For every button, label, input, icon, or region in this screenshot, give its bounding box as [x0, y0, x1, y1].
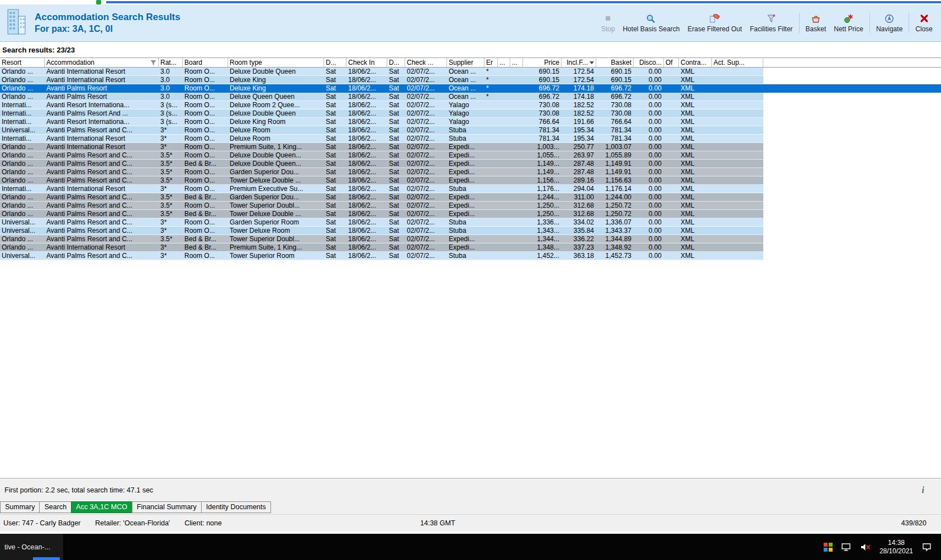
column-header-of[interactable]: Of: [664, 58, 679, 67]
column-header-act_sup[interactable]: Act. Sup...: [712, 58, 763, 67]
cell-day_out: Sat: [387, 202, 405, 209]
table-row[interactable]: Orlando ...Avanti Palms Resort and C...3…: [0, 160, 763, 168]
cell-day_in: Sat: [324, 118, 346, 126]
cell-discount: 0.00: [634, 210, 664, 218]
client-label: Client: none: [184, 519, 222, 527]
info-icon[interactable]: i: [922, 485, 924, 495]
cell-basket: 781.34: [596, 126, 634, 134]
cell-room_type: Tower Superior Doubl...: [228, 202, 324, 209]
cell-col2: [510, 109, 523, 117]
column-header-basket[interactable]: Basket: [596, 58, 634, 67]
close-label: Close: [915, 25, 933, 33]
taskbar-clock[interactable]: 14:38 28/10/2021: [880, 539, 913, 556]
column-header-day_in[interactable]: D...: [324, 58, 346, 67]
tab-search[interactable]: Search: [39, 501, 72, 513]
cell-col2: [510, 210, 523, 218]
table-row[interactable]: Orlando ...Avanti Palms Resort and C...3…: [0, 176, 763, 185]
table-row[interactable]: Universal...Avanti Palms Resort and C...…: [0, 126, 763, 135]
table-row[interactable]: Internati...Avanti International Resort3…: [0, 185, 763, 193]
cell-accommodation: Avanti International Resort: [45, 135, 159, 142]
network-display-icon[interactable]: [842, 543, 852, 552]
basket-button[interactable]: Basket: [802, 11, 830, 35]
cell-room_type: Tower Deluxe Double ...: [228, 176, 324, 184]
column-header-resort[interactable]: Resort: [0, 58, 45, 67]
cell-basket: 1,156.63: [596, 176, 634, 184]
cell-board: Room O...: [183, 118, 228, 126]
table-row[interactable]: Orlando ...Avanti Palms Resort3.0Room O.…: [0, 93, 763, 101]
facilities-filter-button[interactable]: Facilities Filter: [746, 11, 797, 35]
navigate-button[interactable]: Navigate: [872, 11, 906, 35]
table-row[interactable]: Internati...Avanti Resort Internationa..…: [0, 101, 763, 109]
column-header-rating[interactable]: Rat...: [159, 58, 183, 67]
cell-discount: 0.00: [634, 185, 664, 193]
column-header-incl_f[interactable]: Incl.F...: [562, 58, 596, 67]
hotel-basis-search-button[interactable]: Hotel Basis Search: [619, 11, 683, 35]
column-header-check_out[interactable]: Check ...: [405, 58, 447, 67]
nett-price-button[interactable]: Nett Price: [830, 11, 867, 35]
column-header-supplier[interactable]: Supplier: [447, 58, 484, 67]
toolbar-separator: [909, 13, 909, 33]
table-row[interactable]: Internati...Avanti Palms Resort And ...3…: [0, 109, 763, 118]
column-header-day_out[interactable]: D...: [387, 58, 405, 67]
cell-col2: [510, 126, 523, 134]
table-row[interactable]: Internati...Avanti Resort Internationa..…: [0, 118, 763, 126]
cell-of: [664, 76, 679, 84]
column-header-price[interactable]: Price: [523, 58, 562, 67]
tab-acc-3a-1c-mco[interactable]: Acc 3A,1C MCO: [71, 501, 132, 513]
cell-check_in: 18/06/2...: [346, 202, 387, 209]
cell-room_type: Deluxe Room: [228, 126, 324, 134]
tray-app-icon[interactable]: [824, 543, 833, 552]
cell-day_out: Sat: [387, 84, 405, 93]
column-header-room_type[interactable]: Room type: [228, 58, 324, 67]
action-center-icon[interactable]: [922, 543, 932, 552]
column-header-col1[interactable]: ...: [498, 58, 510, 67]
cell-er: [484, 135, 498, 142]
table-row[interactable]: Internati...Avanti International Resort3…: [0, 135, 763, 143]
cell-check_out: 02/07/2...: [405, 93, 447, 100]
cell-check_in: 18/06/2...: [346, 227, 387, 234]
taskbar-window-button[interactable]: tive - Ocean-...: [0, 534, 63, 560]
column-header-discount[interactable]: Disco...: [634, 58, 664, 67]
table-row[interactable]: Orlando ...Avanti International Resort3.…: [0, 76, 763, 84]
erase-filtered-out-button[interactable]: Erase Filtered Out: [684, 11, 746, 35]
column-header-er[interactable]: Er: [484, 58, 498, 67]
table-row[interactable]: Orlando ...Avanti Palms Resort3.0Room O.…: [0, 84, 941, 93]
table-row[interactable]: Orlando ...Avanti Palms Resort and C...3…: [0, 151, 763, 160]
cell-board: Room O...: [183, 185, 228, 193]
filter-funnel-icon[interactable]: [150, 60, 156, 66]
table-row[interactable]: Orlando ...Avanti Palms Resort and C...3…: [0, 168, 763, 176]
cell-check_in: 18/06/2...: [346, 151, 387, 159]
table-row[interactable]: Orlando ...Avanti Palms Resort and C...3…: [0, 235, 763, 243]
table-row[interactable]: Universal...Avanti Palms Resort and C...…: [0, 227, 763, 235]
table-row[interactable]: Orlando ...Avanti Palms Resort and C...3…: [0, 193, 763, 202]
tab-identity-documents[interactable]: Identity Documents: [201, 501, 271, 513]
table-row[interactable]: Orlando ...Avanti Palms Resort and C...3…: [0, 210, 763, 218]
cell-accommodation: Avanti Palms Resort and C...: [45, 160, 159, 167]
table-row[interactable]: Universal...Avanti Palms Resort and C...…: [0, 218, 763, 227]
volume-muted-icon[interactable]: [861, 543, 871, 552]
cell-resort: Orlando ...: [0, 235, 45, 243]
table-row[interactable]: Orlando ...Avanti International Resort3.…: [0, 68, 763, 76]
cell-col1: [498, 210, 510, 218]
cell-check_in: 18/06/2...: [346, 76, 387, 84]
cell-day_in: Sat: [324, 101, 346, 109]
column-header-col2[interactable]: ...: [510, 58, 523, 67]
column-header-label: D...: [326, 59, 336, 66]
cell-board: Room O...: [183, 143, 228, 151]
column-header-check_in[interactable]: Check In: [346, 58, 387, 67]
tab-summary[interactable]: Summary: [0, 501, 40, 513]
cell-board: Bed & Br...: [183, 243, 228, 251]
tab-financial-summary[interactable]: Financial Summary: [132, 501, 202, 513]
column-header-accommodation[interactable]: Accommodation: [45, 58, 159, 67]
table-row[interactable]: Orlando ...Avanti International Resort3*…: [0, 143, 763, 151]
cell-er: [484, 109, 498, 117]
close-button[interactable]: Close: [911, 11, 937, 35]
results-summary-label: Search results: 23/23: [2, 46, 75, 54]
results-summary-bar: Search results: 23/23: [0, 42, 941, 58]
column-header-board[interactable]: Board: [183, 58, 228, 67]
table-row[interactable]: Orlando ...Avanti Palms Resort and C...3…: [0, 202, 763, 210]
cell-check_in: 18/06/2...: [346, 68, 387, 75]
table-row[interactable]: Orlando ...Avanti International Resort3*…: [0, 243, 763, 252]
column-header-contract[interactable]: Contra...: [679, 58, 712, 67]
table-row[interactable]: Universal...Avanti Palms Resort and C...…: [0, 252, 763, 260]
